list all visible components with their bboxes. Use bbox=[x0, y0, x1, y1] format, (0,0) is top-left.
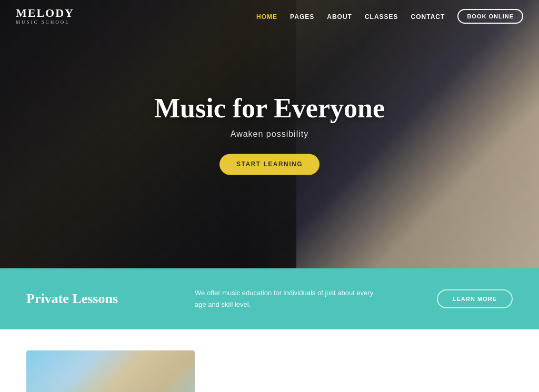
logo[interactable]: MELODY MUSIC SCHOOL bbox=[16, 7, 74, 25]
hero-content: Music for Everyone Awaken possibility ST… bbox=[112, 93, 427, 175]
nav-link-classes[interactable]: CLASSES bbox=[365, 13, 398, 21]
nav-menu: HOME PAGES ABOUT CLASSES CONTACT BOOK ON… bbox=[256, 9, 523, 24]
nav-item-contact[interactable]: CONTACT bbox=[411, 12, 445, 21]
bottom-section bbox=[0, 329, 539, 392]
private-lessons-heading: Private Lessons bbox=[26, 291, 142, 307]
logo-name: MELODY bbox=[16, 7, 74, 19]
start-learning-button[interactable]: START LEARNING bbox=[219, 154, 320, 175]
teal-banner: Private Lessons We offer music education… bbox=[0, 268, 539, 329]
nav-item-book[interactable]: BOOK ONLINE bbox=[457, 9, 523, 24]
hero-subtitle: Awaken possibility bbox=[112, 130, 427, 139]
book-online-button[interactable]: BOOK ONLINE bbox=[457, 9, 523, 24]
nav-link-pages[interactable]: PAGES bbox=[290, 13, 314, 21]
private-lessons-description: We offer music education for individuals… bbox=[195, 287, 384, 310]
nav-item-classes[interactable]: CLASSES bbox=[365, 12, 398, 21]
nav-link-home[interactable]: HOME bbox=[256, 13, 277, 21]
nav-item-about[interactable]: ABOUT bbox=[327, 12, 352, 21]
nav-link-about[interactable]: ABOUT bbox=[327, 13, 352, 21]
logo-subtitle: MUSIC SCHOOL bbox=[16, 20, 74, 25]
nav-item-home[interactable]: HOME bbox=[256, 12, 277, 21]
nav-item-pages[interactable]: PAGES bbox=[290, 12, 314, 21]
hero-title: Music for Everyone bbox=[112, 93, 427, 123]
nav-link-contact[interactable]: CONTACT bbox=[411, 13, 445, 21]
kids-photo bbox=[26, 350, 195, 392]
learn-more-button[interactable]: LEARN MORE bbox=[437, 289, 513, 308]
